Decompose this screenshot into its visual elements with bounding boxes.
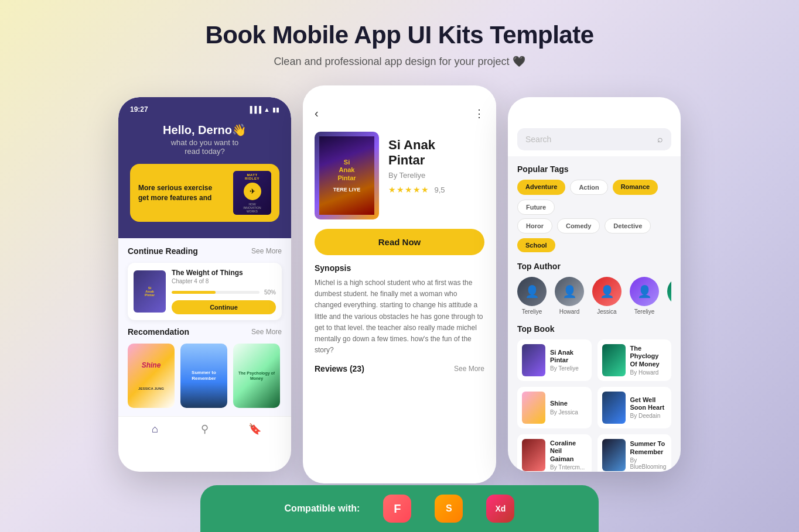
xd-badge: Xd: [486, 495, 514, 523]
reviews-header: Reviews (23) See More: [315, 364, 484, 373]
top-book-title: Top Book: [517, 324, 671, 334]
phone-detail-content: Synopsis Michel is a high school student…: [303, 263, 496, 373]
see-more-2[interactable]: See More: [251, 328, 282, 336]
xd-icon: Xd: [495, 504, 506, 513]
read-now-button[interactable]: Read Now: [315, 229, 484, 255]
tag-detective[interactable]: Detective: [605, 218, 651, 234]
battery-icon-3: ▮▮: [542, 116, 549, 123]
reco-book-shine[interactable]: Shine JESSICA JUNG: [128, 344, 175, 408]
author-name-tereliye-1: Tereliye: [522, 308, 542, 315]
top-book-cover-6: [602, 439, 626, 471]
top-book-title-5: Coraline Neil Gaiman: [550, 440, 587, 463]
book-cover-author-art: TERE LIYE: [333, 187, 361, 193]
avatar-person-2: 👤: [555, 277, 584, 306]
nav-bookmark-icon[interactable]: 🔖: [248, 423, 261, 435]
top-book-title-4: Get Well Soon Heart: [630, 396, 667, 411]
sketch-icon: S: [446, 503, 452, 514]
promo-card[interactable]: More serious exercise get more features …: [130, 164, 279, 222]
tag-comedy[interactable]: Comedy: [557, 218, 600, 234]
stars: ★★★★★: [388, 185, 429, 194]
see-more-1[interactable]: See More: [251, 247, 282, 255]
progress-fill: [172, 291, 216, 294]
progress-text: 50%: [264, 289, 276, 296]
top-book-shine[interactable]: Shine By Jessica: [517, 387, 592, 428]
more-button[interactable]: ⋮: [474, 107, 484, 120]
nav-home-icon[interactable]: ⌂: [149, 423, 162, 435]
reading-book-cover: SiAnakPintar: [134, 270, 166, 313]
author-tereliye-1[interactable]: 👤 Tereliye: [517, 277, 547, 315]
search-icon[interactable]: ⌕: [657, 134, 663, 145]
tag-romance[interactable]: Romance: [613, 180, 658, 195]
reading-card[interactable]: SiAnakPintar The Weight of Things Chapte…: [128, 263, 282, 320]
tag-action[interactable]: Action: [570, 180, 607, 195]
phone-home: 19:27 ▐▐▐ ▲ ▮▮ Hello, Derno👋 what do you…: [118, 97, 291, 472]
top-book-row-2: Shine By Jessica Get Well Soon Heart By …: [517, 387, 671, 428]
book-cover-art: SiAnakPintar TERE LIYE: [319, 136, 374, 215]
reco-grid: Shine JESSICA JUNG Summer to Remember Th…: [128, 344, 282, 408]
rating-row: ★★★★★ 9,5: [388, 184, 484, 195]
author-avatar-tereliye-1: 👤: [517, 277, 547, 306]
status-icons-3: ▐▐▐ ▲ ▮▮: [517, 116, 671, 123]
top-book-psychology[interactable]: The Phyclogy Of Money By Howard: [597, 339, 672, 381]
reco-book-summer[interactable]: Summer to Remember: [180, 344, 227, 408]
figma-badge: F: [383, 495, 411, 523]
nav-search-icon[interactable]: ⚲: [199, 423, 211, 435]
top-book-section: Top Book Si Anak Pintar By Tereliye: [517, 324, 671, 472]
top-book-list: Si Anak Pintar By Tereliye The Phyclogy …: [517, 339, 671, 472]
author-tereliye-2[interactable]: 👤 Tereliye: [630, 277, 659, 315]
author-name-tereliye-2: Tereliye: [634, 308, 654, 315]
avatar-person-1: 👤: [517, 277, 547, 306]
back-button[interactable]: ‹: [315, 107, 319, 120]
phone-search-header: 19:27 ▐▐▐ ▲ ▮▮ Search ⌕: [508, 97, 681, 156]
popular-tags-title: Popular Tags: [517, 164, 671, 174]
top-book-si-anak[interactable]: Si Anak Pintar By Tereliye: [517, 339, 592, 381]
signal-icon: ▐▐▐: [248, 106, 261, 113]
book-cover-large: SiAnakPintar TERE LIYE: [315, 132, 379, 219]
author-name-jessica: Jessica: [597, 308, 616, 315]
top-book-coraline[interactable]: Coraline Neil Gaiman By Tntercm...: [517, 434, 592, 472]
promo-book-title: MATTRIDLEY: [245, 173, 259, 180]
top-book-title-3: Shine: [550, 400, 578, 407]
book-info: Si AnakPintar By Tereliye ★★★★★ 9,5: [388, 132, 484, 195]
promo-book-subtitle: HOWINNOVATIONWORKS: [243, 202, 261, 213]
reco-section-title: Recomendation: [128, 327, 189, 337]
top-author-section: Top Author 👤 Tereliye 👤 Howard: [517, 262, 671, 315]
status-icons-2: ▐▐▐ ▲ ▮▮: [453, 91, 484, 98]
top-book-info-4: Get Well Soon Heart By Deedain: [630, 396, 667, 419]
phone-detail-header: ‹ ⋮: [303, 98, 496, 126]
tags-section: Popular Tags Adventure Action Romance Fu…: [517, 164, 671, 252]
tag-future[interactable]: Future: [517, 200, 555, 215]
tag-adventure[interactable]: Adventure: [517, 180, 565, 195]
top-book-cover-2: [602, 344, 626, 376]
author-name-howard: Howard: [559, 308, 579, 315]
wifi-icon-2: ▲: [469, 91, 475, 98]
top-book-title-6: Summer To Remember: [630, 440, 667, 455]
reading-book-title: The Weight of Things: [172, 269, 276, 277]
search-bar[interactable]: Search ⌕: [517, 128, 671, 150]
reviews-see-more[interactable]: See More: [454, 365, 484, 373]
reco-book-money[interactable]: The Psychology of Money: [233, 344, 280, 408]
status-time-1: 19:27: [130, 105, 148, 114]
tag-school[interactable]: School: [517, 238, 555, 252]
top-author-title: Top Author: [517, 262, 671, 271]
author-howard[interactable]: 👤 Howard: [555, 277, 584, 315]
search-placeholder: Search: [525, 135, 653, 144]
author-dee[interactable]: 👤 Dee: [667, 277, 671, 315]
status-icons-1: ▐▐▐ ▲ ▮▮: [248, 106, 279, 114]
book-main-author: By Tereliye: [388, 171, 484, 180]
top-book-summer[interactable]: Summer To Remember By BlueBlooming: [597, 434, 672, 472]
author-avatar-jessica: 👤: [592, 277, 622, 306]
phone-search-content: Popular Tags Adventure Action Romance Fu…: [508, 156, 681, 472]
authors-row: 👤 Tereliye 👤 Howard 👤 Je: [517, 277, 671, 315]
tag-horor[interactable]: Horor: [517, 218, 552, 234]
promo-book-inner: MATTRIDLEY ✈ HOWINNOVATIONWORKS: [233, 171, 271, 215]
top-book-author-4: By Deedain: [630, 413, 667, 419]
sketch-badge: S: [435, 495, 463, 523]
avatar-person-5: 👤: [667, 277, 671, 306]
author-jessica[interactable]: 👤 Jessica: [592, 277, 622, 315]
top-book-getwellsoon[interactable]: Get Well Soon Heart By Deedain: [597, 387, 672, 428]
wifi-icon: ▲: [264, 106, 270, 113]
top-book-info-2: The Phyclogy Of Money By Howard: [630, 345, 667, 376]
reading-chapter: Chapter 4 of 8: [172, 278, 276, 284]
continue-button[interactable]: Continue: [172, 300, 276, 314]
